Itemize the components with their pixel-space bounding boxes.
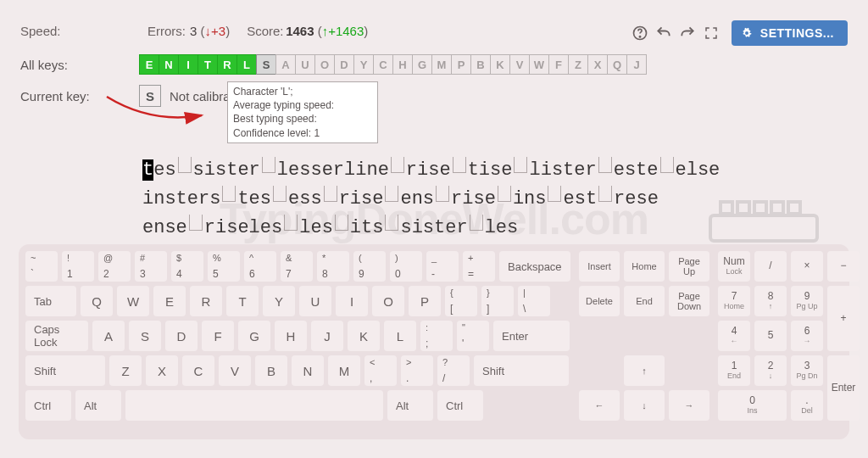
key-capslock[interactable]: Caps Lock: [25, 321, 88, 351]
fullscreen-icon[interactable]: [699, 21, 723, 45]
key-chip-b[interactable]: B: [470, 54, 491, 75]
key-tab[interactable]: Tab: [25, 286, 76, 316]
key-h[interactable]: H: [275, 321, 307, 351]
key-chip-x[interactable]: X: [587, 54, 608, 75]
key-3[interactable]: #3: [135, 251, 167, 282]
practice-text[interactable]: tessisterlesserlinerisetiselisteresteels…: [142, 156, 848, 243]
key-enter[interactable]: Enter: [493, 321, 570, 351]
key-chip-m[interactable]: M: [431, 54, 452, 75]
key-arrow-up[interactable]: ↑: [624, 355, 665, 386]
key-l[interactable]: L: [384, 321, 416, 351]
key-insert[interactable]: Insert: [579, 251, 620, 282]
numkey-r0c1[interactable]: /: [754, 251, 787, 282]
key-punct[interactable]: >.: [401, 355, 433, 386]
key-v[interactable]: V: [219, 355, 251, 386]
key-chip-i[interactable]: I: [178, 54, 198, 75]
redo-icon[interactable]: [676, 21, 699, 45]
key-0[interactable]: )0: [390, 251, 422, 282]
key-punct[interactable]: :;: [420, 321, 453, 351]
key-\[interactable]: |\: [518, 286, 550, 316]
key-m[interactable]: M: [328, 355, 360, 386]
key-arrow-left[interactable]: ←: [579, 390, 620, 421]
key-8[interactable]: *8: [317, 251, 349, 282]
key-a[interactable]: A: [92, 321, 125, 351]
key-chip-a[interactable]: A: [275, 54, 296, 75]
key-chip-y[interactable]: Y: [353, 54, 374, 75]
key-shift-left[interactable]: Shift: [25, 355, 105, 386]
numkey-4[interactable]: 4←: [718, 321, 750, 351]
key-q[interactable]: Q: [81, 286, 113, 316]
key-s[interactable]: S: [129, 321, 161, 351]
undo-icon[interactable]: [652, 21, 676, 45]
key-backspace[interactable]: Backspace: [499, 251, 570, 282]
key-chip-e[interactable]: E: [139, 54, 159, 75]
key-1[interactable]: !1: [62, 251, 94, 282]
key-5[interactable]: %5: [208, 251, 240, 282]
key-chip-n[interactable]: N: [159, 54, 179, 75]
numkey-9[interactable]: 9Pg Up: [791, 286, 823, 316]
key-punct[interactable]: <,: [364, 355, 397, 386]
key-i[interactable]: I: [336, 286, 368, 316]
key--[interactable]: _-: [426, 251, 459, 282]
key-page[interactable]: PageDown: [669, 286, 709, 316]
numkey-plus[interactable]: +: [827, 286, 860, 351]
key-chip-s[interactable]: S: [256, 54, 276, 75]
key-chip-j[interactable]: J: [626, 54, 647, 75]
key-`[interactable]: ~`: [25, 251, 58, 282]
key-delete[interactable]: Delete: [579, 286, 620, 316]
key-4[interactable]: $4: [171, 251, 203, 282]
numkey-3[interactable]: 3Pg Dn: [791, 355, 823, 386]
key-n[interactable]: N: [292, 355, 324, 386]
key-arrow-right[interactable]: →: [669, 390, 709, 421]
help-icon[interactable]: [628, 21, 652, 45]
key-d[interactable]: D: [165, 321, 198, 351]
key-z[interactable]: Z: [109, 355, 142, 386]
key-chip-k[interactable]: K: [490, 54, 510, 75]
numkey-r0c2[interactable]: ×: [791, 251, 823, 282]
key-=[interactable]: +=: [463, 251, 495, 282]
key-chip-v[interactable]: V: [509, 54, 530, 75]
key-chip-r[interactable]: R: [217, 54, 237, 75]
numkey-r0c0[interactable]: NumLock: [718, 251, 750, 282]
numkey-dot[interactable]: .Del: [791, 390, 823, 421]
key-chip-q[interactable]: Q: [607, 54, 627, 75]
key-e[interactable]: E: [153, 286, 186, 316]
numkey-7[interactable]: 7Home: [718, 286, 750, 316]
key-c[interactable]: C: [182, 355, 214, 386]
key-chip-f[interactable]: F: [548, 54, 569, 75]
key-chip-u[interactable]: U: [295, 54, 315, 75]
key-7[interactable]: &7: [281, 251, 313, 282]
key-6[interactable]: ^6: [244, 251, 276, 282]
numkey-8[interactable]: 8↑: [754, 286, 787, 316]
key-alt-right[interactable]: Alt: [387, 390, 433, 421]
key-chip-p[interactable]: P: [451, 54, 471, 75]
key-o[interactable]: O: [372, 286, 404, 316]
key-][interactable]: }]: [481, 286, 514, 316]
key-p[interactable]: P: [409, 286, 441, 316]
key-chip-t[interactable]: T: [198, 54, 218, 75]
key-2[interactable]: @2: [98, 251, 131, 282]
numkey-r0c3[interactable]: −: [827, 251, 860, 282]
key-y[interactable]: Y: [263, 286, 295, 316]
key-chip-z[interactable]: Z: [568, 54, 588, 75]
key-arrow-down[interactable]: ↓: [624, 390, 665, 421]
key-w[interactable]: W: [117, 286, 149, 316]
key-punct[interactable]: "': [457, 321, 489, 351]
key-home[interactable]: Home: [624, 251, 665, 282]
key-chip-l[interactable]: L: [236, 54, 257, 75]
key-t[interactable]: T: [226, 286, 259, 316]
key-b[interactable]: B: [255, 355, 287, 386]
numkey-2[interactable]: 2↓: [754, 355, 787, 386]
key-space[interactable]: [125, 390, 383, 421]
key-shift-right[interactable]: Shift: [474, 355, 569, 386]
key-end[interactable]: End: [624, 286, 665, 316]
key-f[interactable]: F: [202, 321, 234, 351]
key-alt-left[interactable]: Alt: [75, 390, 121, 421]
key-r[interactable]: R: [190, 286, 222, 316]
key-chip-w[interactable]: W: [529, 54, 549, 75]
key-ctrl-right[interactable]: Ctrl: [437, 390, 483, 421]
settings-button[interactable]: SETTINGS...: [732, 20, 848, 46]
key-chip-h[interactable]: H: [392, 54, 413, 75]
numkey-5[interactable]: 5: [754, 321, 787, 351]
key-x[interactable]: X: [146, 355, 178, 386]
